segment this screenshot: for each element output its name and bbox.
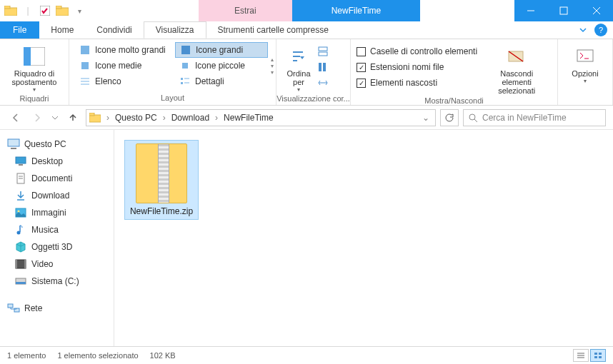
- sort-by-button[interactable]: Ordina per ▾: [282, 42, 315, 93]
- help-icon[interactable]: ?: [594, 24, 607, 36]
- history-dropdown-icon[interactable]: [50, 109, 60, 126]
- maximize-button[interactable]: [547, 0, 580, 21]
- layout-large-icons[interactable]: Icone grandi: [175, 42, 268, 58]
- search-icon: [468, 113, 478, 123]
- layout-details[interactable]: Dettagli: [175, 74, 268, 89]
- icons-md-icon: [79, 60, 91, 71]
- svg-point-43: [17, 231, 21, 235]
- svg-rect-17: [182, 63, 188, 69]
- svg-rect-16: [181, 46, 190, 54]
- nav-images[interactable]: Immagini: [3, 204, 111, 221]
- crumb-download[interactable]: Download: [171, 113, 209, 123]
- forward-button[interactable]: [29, 109, 46, 126]
- layout-medium-icons[interactable]: Icone medie: [75, 58, 175, 74]
- crumb-folder[interactable]: NewFileTime: [224, 113, 274, 123]
- desktop-icon: [14, 155, 27, 168]
- svg-rect-33: [8, 139, 19, 146]
- icons-lg-icon: [180, 44, 191, 56]
- svg-rect-35: [16, 157, 26, 163]
- status-selected-count: 1 elemento selezionato: [57, 351, 138, 360]
- svg-rect-57: [599, 356, 602, 358]
- add-columns-button[interactable]: [315, 59, 331, 75]
- layout-more-icon[interactable]: ▾: [271, 69, 274, 76]
- svg-rect-54: [594, 353, 597, 355]
- chevron-right-icon[interactable]: ›: [104, 113, 112, 123]
- drive-icon: [14, 275, 27, 288]
- ribbon-tabs: File Home Condividi Visualizza Strumenti…: [0, 21, 613, 39]
- navigation-pane: Questo PC Desktop Documenti Download Imm…: [0, 130, 114, 346]
- address-dropdown-icon[interactable]: ⌄: [419, 113, 432, 123]
- qat-dropdown-icon[interactable]: ▾: [71, 3, 87, 19]
- download-icon: [14, 189, 27, 202]
- nav-desktop[interactable]: Desktop: [3, 153, 111, 170]
- collapse-ribbon-icon[interactable]: [578, 25, 588, 35]
- crumb-pc[interactable]: Questo PC: [115, 113, 157, 123]
- up-button[interactable]: [64, 109, 81, 126]
- nav-network[interactable]: Rete: [3, 300, 111, 317]
- folder-icon[interactable]: [54, 3, 70, 19]
- status-bar: 1 elemento 1 elemento selezionato 102 KB: [0, 346, 613, 363]
- quick-access-toolbar: | ▾: [0, 0, 87, 21]
- content-area: Questo PC Desktop Documenti Download Imm…: [0, 130, 613, 346]
- nav-3d-objects[interactable]: Oggetti 3D: [3, 238, 111, 256]
- hide-selected-button[interactable]: Nascondi elementi selezionati: [482, 42, 552, 95]
- layout-scroll-up-icon[interactable]: ▴: [271, 56, 274, 63]
- music-icon: [14, 223, 27, 236]
- back-button[interactable]: [7, 109, 24, 126]
- svg-rect-49: [8, 304, 13, 308]
- tab-share[interactable]: Condividi: [85, 21, 143, 39]
- close-button[interactable]: [580, 0, 613, 21]
- file-extensions-toggle[interactable]: ✓Estensioni nomi file: [357, 59, 482, 75]
- icons-view-button[interactable]: [590, 349, 606, 362]
- hidden-items-toggle[interactable]: ✓Elementi nascosti: [357, 75, 482, 91]
- svg-rect-22: [319, 47, 327, 51]
- nav-music[interactable]: Musica: [3, 221, 111, 238]
- status-size: 102 KB: [150, 351, 176, 360]
- tab-file[interactable]: File: [0, 21, 39, 39]
- navigation-pane-button[interactable]: Riquadro di spostamento ▾: [6, 42, 63, 93]
- cube-icon: [14, 241, 27, 253]
- checkbox-icon: [357, 47, 366, 56]
- refresh-button[interactable]: [440, 109, 459, 126]
- svg-rect-18: [181, 78, 183, 80]
- tab-home[interactable]: Home: [39, 21, 85, 39]
- chevron-right-icon[interactable]: ›: [160, 113, 169, 123]
- network-icon: [7, 302, 20, 315]
- item-checkboxes-toggle[interactable]: Caselle di controllo elementi: [357, 44, 482, 59]
- nav-download[interactable]: Download: [3, 187, 111, 204]
- tab-view[interactable]: Visualizza: [144, 21, 206, 39]
- nav-video[interactable]: Video: [3, 256, 111, 273]
- minimize-button[interactable]: [514, 0, 547, 21]
- layout-scroll-down-icon[interactable]: ▾: [271, 63, 274, 69]
- options-icon: [574, 45, 597, 68]
- address-bar: › Questo PC › Download › NewFileTime ⌄ C…: [0, 106, 613, 130]
- layout-list[interactable]: Elenco: [75, 74, 175, 89]
- file-item[interactable]: NewFileTime.zip: [124, 140, 199, 220]
- chevron-right-icon[interactable]: ›: [212, 113, 221, 123]
- svg-rect-25: [323, 63, 326, 71]
- nav-documents[interactable]: Documenti: [3, 170, 111, 187]
- svg-rect-0: [4, 8, 17, 16]
- layout-extra-large-icons[interactable]: Icone molto grandi: [75, 42, 175, 58]
- layout-small-icons[interactable]: Icone piccole: [175, 58, 268, 74]
- size-columns-button[interactable]: [315, 75, 331, 91]
- details-view-button[interactable]: [573, 349, 589, 362]
- svg-rect-34: [11, 148, 16, 149]
- navigation-pane-label: Riquadro di spostamento: [9, 69, 60, 86]
- group-by-button[interactable]: [315, 44, 331, 59]
- search-input[interactable]: Cerca in NewFileTime: [463, 109, 606, 126]
- svg-rect-48: [16, 282, 26, 284]
- file-list[interactable]: NewFileTime.zip: [114, 130, 613, 346]
- chevron-down-icon: ▾: [33, 86, 36, 93]
- sort-icon: [287, 45, 310, 68]
- icons-sm-icon: [179, 60, 191, 71]
- svg-rect-23: [319, 52, 327, 56]
- nav-system-c[interactable]: Sistema (C:): [3, 273, 111, 290]
- folder-icon: [3, 3, 19, 19]
- breadcrumb[interactable]: › Questo PC › Download › NewFileTime ⌄: [86, 109, 436, 126]
- checkbox-icon[interactable]: [37, 3, 53, 19]
- contextual-tab-extract[interactable]: Estrai: [199, 0, 292, 21]
- nav-this-pc[interactable]: Questo PC: [3, 136, 111, 153]
- tab-compressed-tools[interactable]: Strumenti cartelle compresse: [206, 21, 340, 39]
- options-button[interactable]: Opzioni ▾: [564, 42, 607, 84]
